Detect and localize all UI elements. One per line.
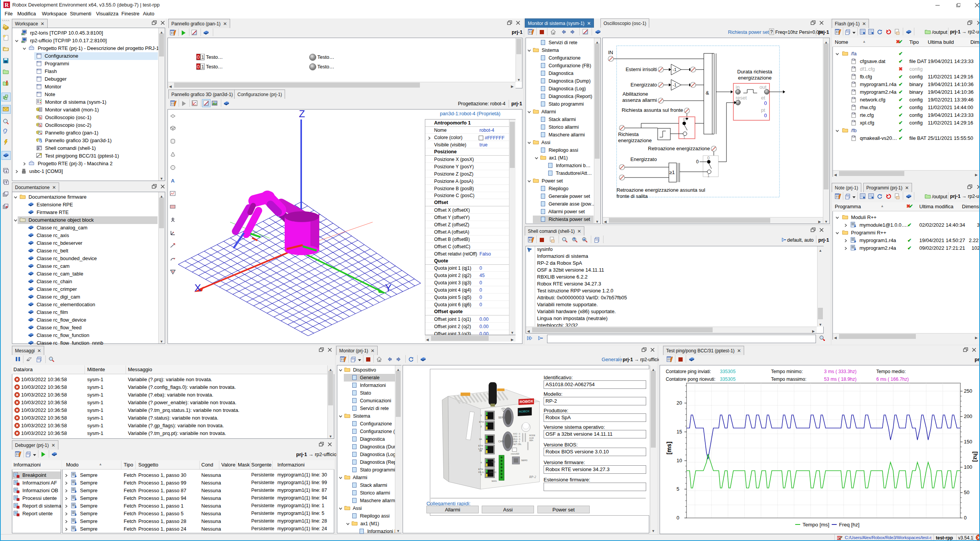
svg-text:0: 0 bbox=[197, 54, 200, 60]
svg-text:X: X bbox=[194, 282, 201, 294]
svg-text:-1: -1 bbox=[673, 83, 677, 87]
svg-text:150: 150 bbox=[964, 439, 972, 445]
svg-text:Esterni irrisolti: Esterni irrisolti bbox=[625, 66, 657, 72]
svg-text:200: 200 bbox=[964, 413, 972, 419]
svg-text:Durata richiesta: Durata richiesta bbox=[737, 69, 773, 75]
svg-text:5: 5 bbox=[677, 486, 679, 492]
svg-text:pt: pt bbox=[761, 107, 765, 113]
svg-text:5: 5 bbox=[481, 473, 482, 476]
svg-text:0: 0 bbox=[964, 515, 967, 521]
svg-text:in: in bbox=[736, 84, 740, 90]
svg-text:0: 0 bbox=[197, 64, 200, 70]
svg-text:1: 1 bbox=[707, 173, 710, 178]
svg-text:0: 0 bbox=[707, 156, 710, 160]
svg-text:Richiesta: Richiesta bbox=[618, 131, 639, 137]
svg-text:WD: WD bbox=[492, 461, 496, 463]
svg-text:Energizzato: Energizzato bbox=[630, 156, 657, 162]
svg-text:[ms]: [ms] bbox=[666, 441, 672, 455]
svg-text:IN: IN bbox=[608, 50, 613, 55]
svg-text:Energizzato: Energizzato bbox=[630, 82, 657, 88]
svg-text:ETH: ETH bbox=[479, 420, 484, 423]
svg-text:0: 0 bbox=[696, 159, 699, 164]
svg-text:et: et bbox=[761, 95, 765, 101]
svg-text:0: 0 bbox=[683, 117, 685, 122]
svg-text:WAN: WAN bbox=[492, 480, 497, 482]
svg-text:fronte di salita: fronte di salita bbox=[617, 193, 648, 199]
svg-text:100: 100 bbox=[964, 464, 972, 470]
svg-text:≥1: ≥1 bbox=[669, 169, 675, 175]
svg-text:CAN: CAN bbox=[498, 440, 504, 443]
svg-text:MODE: MODE bbox=[529, 434, 536, 436]
svg-text:-1: -1 bbox=[673, 67, 677, 72]
svg-text:FB-0 - 5: FB-0 - 5 bbox=[513, 438, 520, 440]
svg-text:3B: 3B bbox=[479, 449, 482, 452]
svg-text:Y: Y bbox=[385, 282, 391, 294]
svg-text:[hz]: [hz] bbox=[972, 451, 979, 462]
svg-text:ROBOX: ROBOX bbox=[520, 399, 534, 404]
svg-text:250: 250 bbox=[964, 388, 972, 394]
svg-text:Retroazione energizzazione ass: Retroazione energizzazione assunta sul bbox=[617, 187, 705, 193]
svg-text:assenza allarmi: assenza allarmi bbox=[622, 97, 657, 103]
svg-text:0: 0 bbox=[764, 113, 767, 118]
svg-text:SER3: SER3 bbox=[521, 459, 527, 461]
svg-text:Z: Z bbox=[299, 110, 305, 119]
svg-text:1: 1 bbox=[201, 54, 204, 60]
svg-text:0: 0 bbox=[677, 515, 679, 521]
svg-text:ETH: ETH bbox=[478, 468, 483, 470]
svg-text:24VDC: 24VDC bbox=[489, 471, 497, 473]
svg-text:R: R bbox=[5, 2, 9, 8]
svg-text:reset: reset bbox=[736, 95, 747, 101]
svg-text:20: 20 bbox=[677, 400, 682, 406]
svg-text:50: 50 bbox=[964, 490, 969, 495]
svg-text:2: 2 bbox=[481, 425, 482, 428]
svg-text:RP-2: RP-2 bbox=[529, 475, 536, 479]
svg-text:USB - 1: USB - 1 bbox=[513, 440, 520, 443]
svg-text:NET CBL: NET CBL bbox=[513, 443, 521, 445]
svg-text:Retroazione energizzazione: Retroazione energizzazione bbox=[648, 146, 710, 151]
svg-text:1: 1 bbox=[683, 135, 685, 139]
svg-text:energizzazione: energizzazione bbox=[618, 138, 652, 143]
svg-text:Abilitazione: Abilitazione bbox=[623, 91, 648, 97]
svg-text:15: 15 bbox=[677, 429, 682, 435]
svg-text:SBA: SBA bbox=[529, 439, 534, 441]
svg-text:SER1: SER1 bbox=[498, 416, 505, 419]
svg-text:microSD: microSD bbox=[511, 453, 519, 455]
svg-text:1: 1 bbox=[201, 64, 204, 70]
svg-text:&: & bbox=[706, 90, 709, 96]
svg-text:energizzazione: energizzazione bbox=[738, 75, 771, 81]
svg-text:ROBOX: ROBOX bbox=[519, 410, 530, 413]
svg-text:Freq [hz]: Freq [hz] bbox=[839, 522, 859, 528]
svg-text:0: 0 bbox=[764, 100, 767, 106]
svg-text:10: 10 bbox=[677, 458, 682, 463]
svg-text:4: 4 bbox=[481, 461, 482, 464]
svg-text:AXO - 0: AXO - 0 bbox=[513, 433, 520, 435]
svg-text:AUM: AUM bbox=[529, 437, 534, 439]
svg-text:Richiesta assunta sul fronte: Richiesta assunta sul fronte bbox=[622, 107, 683, 113]
svg-text:Tempo [ms]: Tempo [ms] bbox=[803, 522, 829, 528]
svg-text:ETH: ETH bbox=[478, 444, 483, 447]
svg-text:out: out bbox=[759, 84, 766, 90]
svg-text:1: 1 bbox=[481, 414, 482, 417]
svg-text:3A: 3A bbox=[479, 438, 482, 440]
svg-text:CAN - 0: CAN - 0 bbox=[513, 435, 520, 438]
